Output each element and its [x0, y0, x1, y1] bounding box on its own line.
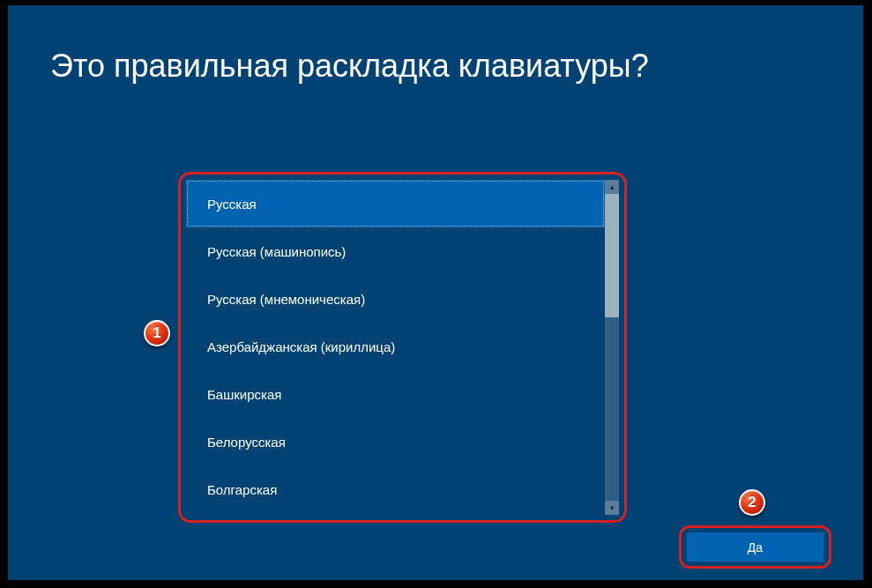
- keyboard-layout-list-inner: Русская Русская (машинопись) Русская (мн…: [186, 180, 619, 515]
- confirm-button-highlight: Да: [679, 525, 831, 569]
- list-item-label: Русская: [207, 197, 257, 212]
- list-item[interactable]: Азербайджанская (кириллица): [186, 323, 605, 370]
- chevron-up-icon: ▴: [610, 182, 615, 191]
- setup-screen: Это правильная раскладка клавиатуры? Рус…: [8, 5, 863, 580]
- keyboard-layout-list-highlight: Русская Русская (машинопись) Русская (мн…: [178, 172, 627, 523]
- keyboard-layout-list[interactable]: Русская Русская (машинопись) Русская (мн…: [186, 180, 605, 515]
- list-item-label: Русская (мнемоническая): [207, 292, 365, 307]
- scroll-down-button[interactable]: ▾: [605, 501, 619, 515]
- list-item[interactable]: Белорусская: [186, 418, 605, 465]
- list-item[interactable]: Башкирская: [186, 370, 605, 418]
- list-item-label: Болгарская: [207, 482, 277, 497]
- scroll-up-button[interactable]: ▴: [605, 180, 619, 194]
- list-item-label: Азербайджанская (кириллица): [207, 339, 395, 354]
- list-item[interactable]: Русская: [186, 180, 605, 227]
- list-item-label: Башкирская: [207, 387, 281, 402]
- annotation-badge-1: 1: [144, 320, 170, 346]
- list-item[interactable]: Русская (машинопись): [186, 227, 605, 275]
- list-item[interactable]: Русская (мнемоническая): [186, 275, 605, 323]
- scroll-thumb[interactable]: [605, 194, 619, 317]
- list-item-label: Русская (машинопись): [207, 244, 346, 259]
- annotation-badge-2: 2: [739, 489, 765, 516]
- scrollbar[interactable]: ▴ ▾: [605, 180, 619, 515]
- list-item-label: Белорусская: [207, 435, 286, 450]
- list-item[interactable]: Болгарская: [186, 465, 605, 513]
- page-title: Это правильная раскладка клавиатуры?: [50, 48, 649, 85]
- chevron-down-icon: ▾: [610, 503, 615, 512]
- confirm-button[interactable]: Да: [687, 532, 824, 562]
